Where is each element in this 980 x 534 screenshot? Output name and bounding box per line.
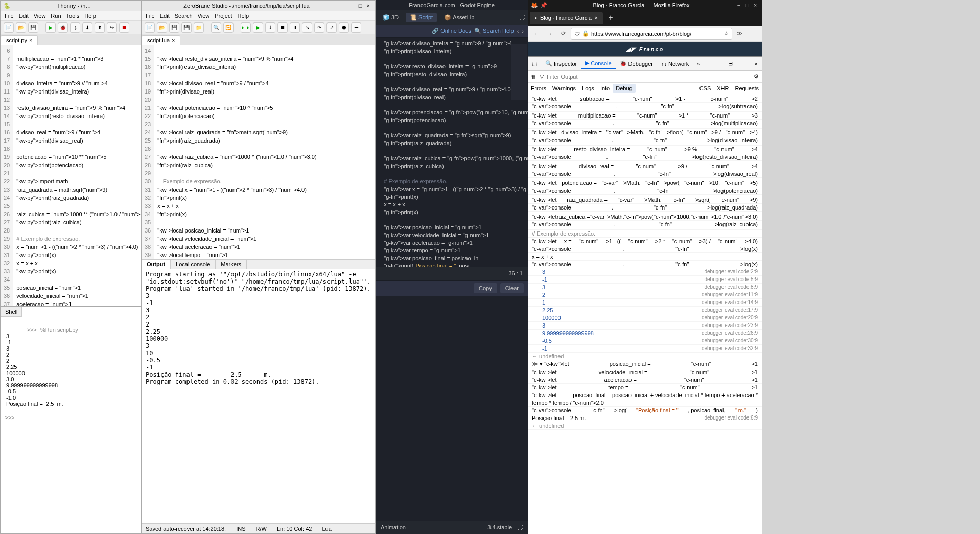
tab-console[interactable]: ▶ Console: [581, 58, 615, 69]
close-icon[interactable]: ×: [29, 37, 32, 43]
tab-script[interactable]: 📜 Script: [406, 13, 437, 22]
back-icon[interactable]: ←: [531, 28, 542, 39]
break-icon[interactable]: ⏸: [290, 22, 300, 33]
pin-icon[interactable]: 📌: [540, 2, 547, 9]
run-icon[interactable]: ▶: [45, 22, 56, 33]
close-icon[interactable]: ×: [172, 37, 175, 43]
shield-icon[interactable]: 🛡: [574, 31, 580, 37]
tab-script-py[interactable]: script.py ×: [1, 35, 38, 45]
minimap[interactable]: [511, 44, 527, 100]
search-help-link[interactable]: 🔍 Search Help: [474, 28, 514, 34]
step-out-icon[interactable]: ⬆: [95, 22, 105, 33]
console-output[interactable]: "c-kw">let subtracao = "c-num">1 - "c-nu…: [528, 94, 762, 534]
step-out-icon[interactable]: ↗: [326, 22, 337, 33]
zerobrane-titlebar[interactable]: ZeroBrane Studio - /home/franco/tmp/lua/…: [142, 1, 375, 11]
url-input[interactable]: 🛡 🔒 https://www.francogarcia.com/pt-br/b…: [571, 28, 732, 40]
menu-file[interactable]: File: [146, 13, 155, 19]
project-icon[interactable]: 📁: [194, 22, 204, 33]
pill-info[interactable]: Info: [597, 84, 613, 93]
pill-debug[interactable]: Debug: [613, 84, 635, 93]
tab-markers[interactable]: Markers: [216, 260, 247, 269]
menu-edit[interactable]: Edit: [19, 13, 29, 19]
output-panel[interactable]: Program starting as '"/opt/zbstudio/bin/…: [142, 269, 375, 523]
replace-icon[interactable]: 🔁: [223, 22, 234, 33]
save-icon[interactable]: 💾: [28, 22, 38, 33]
online-docs-link[interactable]: 🔗 Online Docs: [432, 28, 471, 34]
code-area[interactable]: "kw">local resto_divisao_inteira = "num"…: [154, 45, 319, 259]
tab-script-lua[interactable]: script.lua ×: [142, 35, 180, 45]
next-icon[interactable]: ›: [522, 28, 524, 34]
debug-icon[interactable]: 🐞: [58, 22, 68, 33]
run-one-icon[interactable]: ▶: [253, 22, 263, 33]
copy-button[interactable]: Copy: [474, 283, 497, 293]
tab-local-console[interactable]: Local console: [171, 260, 216, 269]
expand-icon[interactable]: ⛶: [519, 14, 525, 20]
step-into-icon[interactable]: ⬇: [82, 22, 92, 33]
more-tabs-icon[interactable]: »: [693, 59, 704, 69]
pill-warnings[interactable]: Warnings: [549, 84, 579, 93]
new-icon[interactable]: 📄: [145, 22, 155, 33]
pill-xhr[interactable]: XHR: [714, 84, 732, 93]
thonny-titlebar[interactable]: 🐍 Thonny - /h…: [1, 1, 141, 11]
menu-help[interactable]: Help: [84, 13, 96, 19]
menu-project[interactable]: Project: [215, 13, 232, 19]
dock-icon[interactable]: ⊟: [724, 58, 737, 69]
minimize-icon[interactable]: −: [348, 2, 356, 9]
tab-assetlib[interactable]: 📦 AssetLib: [440, 13, 478, 22]
tab-output[interactable]: Output: [142, 260, 171, 269]
open-icon[interactable]: 📂: [16, 22, 26, 33]
fullscreen-icon[interactable]: ⛶: [517, 524, 523, 530]
tab-debugger[interactable]: 🐞 Debugger: [616, 58, 657, 69]
godot-editor[interactable]: "g-kw">var divisao_inteira = "g-num">9 /…: [376, 38, 528, 267]
tab-network[interactable]: ↑↓ Network: [657, 59, 693, 69]
settings-icon[interactable]: ⚙: [754, 73, 759, 80]
tab-inspector[interactable]: 🔍 Inspector: [541, 58, 581, 69]
extensions-icon[interactable]: ≫: [734, 28, 745, 39]
toggle-bp-icon[interactable]: ⬣: [339, 22, 349, 33]
save-icon[interactable]: 💾: [169, 22, 179, 33]
pill-errors[interactable]: Errors: [528, 84, 549, 93]
pill-css[interactable]: CSS: [696, 84, 714, 93]
menu-tools[interactable]: Tools: [66, 13, 80, 19]
shell-body[interactable]: >>> %Run script.py 3 -1 3 2 2 2.25 10000…: [1, 317, 141, 533]
clear-button[interactable]: Clear: [500, 283, 524, 293]
menu-icon[interactable]: ≡: [748, 28, 759, 39]
bookmark-icon[interactable]: ☆: [724, 30, 729, 37]
shell-tab[interactable]: Shell: [1, 307, 22, 317]
filter-input[interactable]: [547, 74, 751, 80]
find-icon[interactable]: 🔍: [211, 22, 221, 33]
code-area[interactable]: multiplicacao = "num">1 * "num">3"kw-py"…: [13, 45, 141, 306]
menu-file[interactable]: File: [5, 13, 14, 19]
open-icon[interactable]: 📂: [157, 22, 167, 33]
step-into-icon[interactable]: ↘: [302, 22, 312, 33]
thonny-editor[interactable]: 6789101112131415161718192021222324252627…: [1, 45, 141, 306]
pill-logs[interactable]: Logs: [579, 84, 597, 93]
save-all-icon[interactable]: 💾: [181, 22, 192, 33]
run-icon[interactable]: ⏵⏵: [241, 22, 251, 33]
minimize-icon[interactable]: −: [735, 2, 742, 9]
maximize-icon[interactable]: □: [357, 2, 364, 9]
close-icon[interactable]: ×: [752, 2, 759, 9]
close-icon[interactable]: ×: [365, 2, 372, 9]
picker-icon[interactable]: ⬚: [528, 58, 541, 69]
firefox-titlebar[interactable]: 🦊 📌 Blog · Franco Garcia — Mozilla Firef…: [528, 0, 762, 10]
stop-icon[interactable]: ⏹: [119, 22, 129, 33]
close-icon[interactable]: ×: [595, 15, 598, 21]
godot-titlebar[interactable]: FrancoGarcia.com - Godot Engine: [376, 0, 528, 10]
new-tab-button[interactable]: +: [603, 13, 618, 22]
menu-view[interactable]: View: [198, 13, 210, 19]
dt-menu-icon[interactable]: ⋯: [737, 58, 751, 69]
prev-icon[interactable]: ‹: [517, 28, 519, 34]
bookmarks-icon[interactable]: ☰: [351, 22, 361, 33]
browser-tab[interactable]: ▪ Blog · Franco Garcia ×: [530, 12, 603, 24]
pill-requests[interactable]: Requests: [732, 84, 762, 93]
reload-icon[interactable]: ⟳: [557, 28, 569, 39]
stop-icon[interactable]: ⏹: [277, 22, 288, 33]
menu-search[interactable]: Search: [175, 13, 193, 19]
step-over-icon[interactable]: ⤵: [70, 22, 80, 33]
tab-animation[interactable]: Animation: [381, 524, 406, 530]
new-icon[interactable]: 📄: [4, 22, 14, 33]
trash-icon[interactable]: 🗑: [531, 74, 536, 80]
tab-3d[interactable]: 🧊 3D: [379, 13, 403, 22]
forward-icon[interactable]: →: [544, 28, 555, 39]
